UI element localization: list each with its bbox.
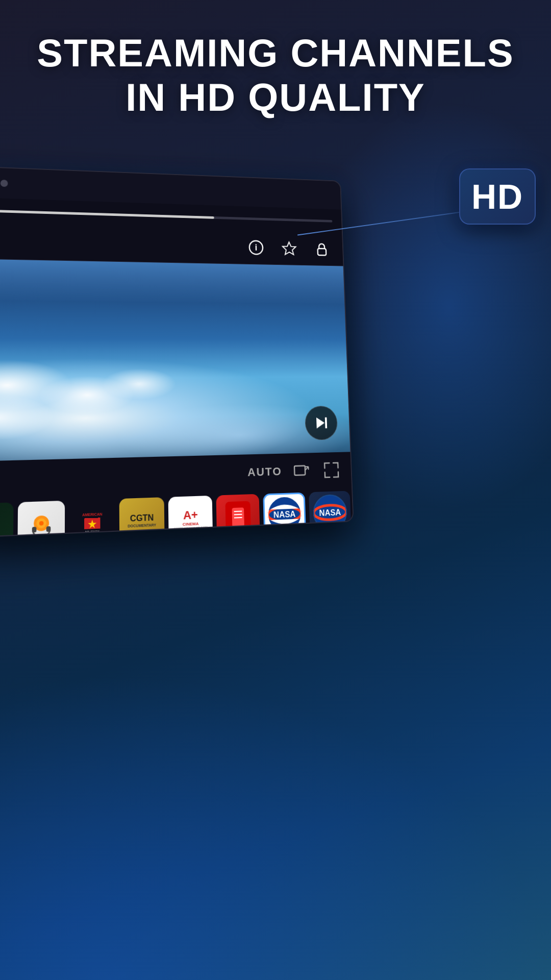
lock-button[interactable] <box>312 239 332 258</box>
svg-rect-6 <box>294 465 305 475</box>
bg-glow-bottom <box>0 674 551 980</box>
svg-rect-11 <box>46 526 51 532</box>
title-line1: STREAMING CHANNELS <box>37 31 514 75</box>
info-button[interactable]: i <box>246 237 266 257</box>
progress-bar-bg <box>0 209 332 222</box>
channel-lyfield[interactable]: lyfield TV <box>0 502 14 538</box>
cloud-layer <box>0 332 350 440</box>
channel-american[interactable]: AMERICAN MILITARY <box>69 499 115 538</box>
topbar-dot-3 <box>1 180 8 187</box>
svg-rect-5 <box>325 418 327 429</box>
star-button[interactable] <box>280 238 299 258</box>
channel-nasa-dark[interactable]: NASA <box>309 491 352 537</box>
tv-frame: i <box>0 166 354 538</box>
auto-label: AUTO <box>247 465 282 479</box>
channel-red[interactable] <box>216 494 260 538</box>
svg-rect-10 <box>32 527 37 532</box>
channel-nasa-selected[interactable]: NASA <box>263 493 306 538</box>
svg-marker-4 <box>316 418 325 429</box>
svg-text:i: i <box>255 242 257 252</box>
title-line2: IN HD QUALITY <box>126 76 425 119</box>
fullscreen-button[interactable] <box>321 459 342 481</box>
topbar-dots <box>0 179 8 187</box>
hd-label: HD <box>471 177 523 216</box>
svg-rect-3 <box>318 248 327 255</box>
channel-cgtn[interactable]: CGTN DOCUMENTARY <box>119 497 165 538</box>
channel-radio[interactable] <box>17 501 65 538</box>
video-area[interactable] <box>0 259 350 461</box>
progress-bar-fill[interactable] <box>0 209 214 218</box>
horizon-glow <box>0 259 344 304</box>
player-container: i <box>0 166 354 538</box>
svg-text:NASA: NASA <box>273 509 296 520</box>
main-title: STREAMING CHANNELS IN HD QUALITY <box>31 31 520 120</box>
svg-text:NASA: NASA <box>319 507 341 518</box>
resize-button[interactable] <box>291 460 312 482</box>
hd-badge: HD <box>459 168 536 225</box>
title-section: STREAMING CHANNELS IN HD QUALITY <box>0 31 551 120</box>
channel-aplus-cinema[interactable]: A+ CINEMA AWARD-WINNING SELECTS <box>168 496 213 538</box>
svg-marker-2 <box>283 242 296 255</box>
